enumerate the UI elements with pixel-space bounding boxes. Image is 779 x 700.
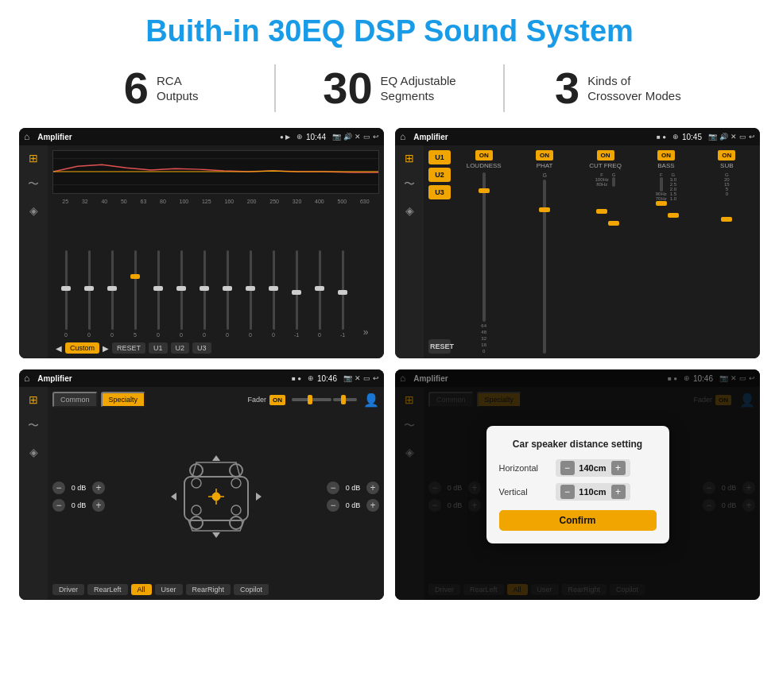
wave-side-icon-1[interactable]: 〜 [28,177,39,191]
eq-side-icon-2[interactable]: ⊞ [405,152,414,164]
home-icon-2[interactable]: ⌂ [400,131,405,142]
status-time-1: 10:44 [306,133,326,141]
eq-custom-btn[interactable]: Custom [65,342,99,354]
fl-minus-btn[interactable]: − [52,481,65,494]
svg-point-5 [230,516,242,529]
rearright-btn[interactable]: RearRight [186,584,231,595]
wave-side-icon-2[interactable]: 〜 [404,177,415,191]
eq-slider-9[interactable]: 0 [263,250,284,338]
driver-btn[interactable]: Driver [52,584,84,595]
sub-on-btn[interactable]: ON [718,150,735,160]
fl-plus-btn[interactable]: + [92,481,105,494]
status-icons-1: 📷 🔊 ✕ ▭ ↩ [332,133,379,141]
eq-more[interactable]: » [355,327,376,338]
status-time-3: 10:46 [317,374,337,383]
eq-slider-3[interactable]: 5 [125,250,145,338]
home-icon-3[interactable]: ⌂ [24,373,29,384]
amp-sub: ON SUB G 20 15 5 0 [699,150,755,354]
eq-slider-0[interactable]: 0 [56,250,76,338]
bass-label: BASS [657,162,674,169]
eq-slider-2[interactable]: 0 [102,250,122,338]
common-tab[interactable]: Common [52,392,98,408]
fr-plus-btn[interactable]: + [366,481,379,494]
rl-plus-btn[interactable]: + [92,499,105,512]
close-icon-1: ✕ [355,133,361,141]
fader-profile-icon[interactable]: 👤 [363,393,379,408]
svg-point-14 [231,505,241,515]
eq-u3-btn[interactable]: U3 [192,342,211,354]
cutfreq-g-slider[interactable] [612,177,615,187]
eq-u2-btn[interactable]: U2 [171,342,190,354]
amp-u3-btn[interactable]: U3 [428,185,451,199]
phat-slider[interactable] [516,180,572,354]
amp-controls: ON LOUDNESS 64 48 32 16 0 [455,150,755,354]
speaker-side-icon-3[interactable]: ◈ [29,446,38,458]
status-icons-3: 📷 ✕ ▭ ↩ [343,374,379,382]
specialty-tab[interactable]: Specialty [101,392,146,408]
camera-icon-3: 📷 [343,374,352,382]
amp-cutfreq: ON CUT FREQ F 100Hz 80Hz [577,150,634,354]
eq-slider-12[interactable]: -1 [332,250,353,338]
location-icon-1: ⊕ [296,133,303,141]
car-right-controls: − 0 dB + − 0 dB + [327,481,379,512]
user-btn[interactable]: User [155,584,183,595]
rearleft-btn[interactable]: RearLeft [87,584,128,595]
speaker-side-icon-2[interactable]: ◈ [405,204,414,217]
fl-db-value: 0 dB [68,484,90,492]
horizontal-minus-btn[interactable]: − [560,461,575,475]
eq-next-arrow[interactable]: ▶ [103,344,109,353]
eq-slider-8[interactable]: 0 [240,250,261,338]
stat-crossover-number: 3 [555,66,579,110]
bass-on-btn[interactable]: ON [657,150,675,160]
speaker-side-icon-1[interactable]: ◈ [29,204,38,217]
fader-hslider-2[interactable] [333,398,357,401]
amp-u1-btn[interactable]: U1 [428,150,451,164]
eq-slider-1[interactable]: 0 [79,250,99,338]
amp-u2-btn[interactable]: U2 [428,168,451,182]
loudness-on-btn[interactable]: ON [475,150,493,160]
horizontal-plus-btn[interactable]: + [611,461,626,475]
eq-side-icon-1[interactable]: ⊞ [29,152,38,164]
rl-minus-btn[interactable]: − [52,499,65,512]
rr-minus-btn[interactable]: − [327,499,339,512]
fader-hslider-1[interactable] [292,398,331,401]
fader-label: Fader [247,396,266,404]
eq-slider-11[interactable]: 0 [309,250,330,338]
eq-side-icon-3[interactable]: ⊞ [29,393,38,406]
db-control-rl: − 0 dB + [52,499,105,512]
eq-slider-7[interactable]: 0 [217,250,238,338]
horizontal-value: 140cm [578,463,608,473]
volume-icon-1: 🔊 [343,133,352,141]
location-icon-2: ⊕ [672,133,679,141]
app-name-3: Amplifier [37,374,289,383]
svg-point-12 [231,478,241,488]
confirm-button[interactable]: Confirm [499,510,657,531]
amp-reset-btn[interactable]: RESET [428,339,451,354]
eq-u1-btn[interactable]: U1 [149,342,168,354]
eq-reset-btn[interactable]: RESET [112,342,145,354]
copilot-btn[interactable]: Copilot [234,584,269,595]
phat-on-btn[interactable]: ON [536,150,553,160]
fader-on-btn[interactable]: ON [269,395,285,405]
eq-slider-5[interactable]: 0 [171,250,192,338]
wave-side-icon-3[interactable]: 〜 [28,419,39,433]
status-dots-1: ● ▶ [280,133,290,141]
vertical-minus-btn[interactable]: − [560,485,575,499]
window-icon-1: ▭ [363,133,370,141]
loudness-slider[interactable]: 64 48 32 16 0 [455,172,512,354]
cutfreq-on-btn[interactable]: ON [597,150,614,160]
eq-prev-arrow[interactable]: ◀ [56,344,62,353]
stat-crossover-label: Kinds of Crossover Modes [587,73,681,104]
eq-slider-4[interactable]: 0 [148,250,169,338]
home-icon-1[interactable]: ⌂ [24,131,29,142]
screen1-content: ⊞ 〜 ◈ 2 [19,145,384,358]
fr-minus-btn[interactable]: − [327,481,339,494]
eq-main: 25 32 40 50 63 80 100 125 160 200 250 32… [48,145,384,358]
vertical-plus-btn[interactable]: + [611,485,626,499]
status-time-2: 10:45 [682,133,702,141]
all-btn[interactable]: All [131,584,152,595]
eq-slider-10[interactable]: -1 [286,250,307,338]
rr-plus-btn[interactable]: + [366,499,379,512]
eq-bottom-controls: ◀ Custom ▶ RESET U1 U2 U3 [52,342,379,354]
eq-slider-6[interactable]: 0 [194,250,215,338]
